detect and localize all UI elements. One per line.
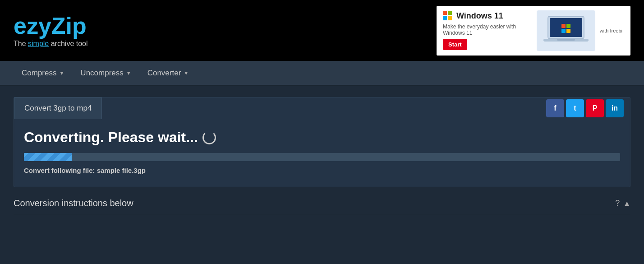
svg-rect-2: [561, 24, 566, 28]
card-header: Convert 3gp to mp4 f t P in: [14, 97, 630, 119]
logo-text: ezyZip: [14, 13, 88, 39]
ad-title: Windows 11: [443, 11, 532, 21]
converting-status: Converting. Please wait...: [24, 129, 620, 146]
svg-rect-3: [566, 24, 570, 28]
instructions-label: Conversion instructions below: [14, 198, 133, 208]
twitter-share-button[interactable]: t: [566, 99, 584, 117]
ad-extra-text: with freebi: [600, 28, 624, 33]
ad-left: Windows 11 Make the everyday easier with…: [443, 11, 532, 50]
nav-compress-label: Compress: [22, 69, 56, 78]
nav-item-converter[interactable]: Converter ▼: [139, 60, 197, 85]
progress-bar-container: [24, 153, 620, 161]
svg-rect-1: [550, 18, 582, 37]
social-buttons: f t P in: [546, 99, 630, 117]
nav-converter-arrow: ▼: [184, 70, 189, 76]
nav-item-uncompress[interactable]: Uncompress ▼: [72, 60, 139, 85]
card-tab: Convert 3gp to mp4: [14, 97, 102, 119]
linkedin-share-button[interactable]: in: [606, 99, 624, 117]
svg-rect-4: [561, 29, 566, 33]
nav-compress-arrow: ▼: [59, 70, 64, 76]
header: ezyZip The simple archive tool Windows 1…: [0, 0, 644, 61]
svg-rect-7: [557, 39, 575, 41]
instructions-row: Conversion instructions below ? ▲: [14, 190, 630, 215]
ad-banner: Windows 11 Make the everyday easier with…: [437, 6, 630, 56]
progress-bar-fill: [24, 153, 72, 161]
pinterest-share-button[interactable]: P: [586, 99, 604, 117]
logo-tagline: The simple archive tool: [14, 40, 88, 48]
facebook-share-button[interactable]: f: [546, 99, 564, 117]
ad-image: [537, 10, 595, 51]
nav-uncompress-label: Uncompress: [80, 69, 123, 78]
main-content: Convert 3gp to mp4 f t P in Converting. …: [0, 86, 644, 215]
nav-converter-label: Converter: [147, 69, 181, 78]
help-icon[interactable]: ?: [615, 199, 620, 208]
logo-ezy: ezy: [14, 13, 51, 39]
file-info: Convert following file: sample file.3gp: [24, 167, 620, 174]
loading-spinner: [202, 131, 216, 144]
svg-rect-5: [566, 29, 570, 33]
laptop-icon: [541, 13, 591, 49]
navigation: Compress ▼ Uncompress ▼ Converter ▼: [0, 61, 644, 86]
windows-logo-icon: [443, 11, 453, 21]
nav-item-compress[interactable]: Compress ▼: [14, 60, 72, 85]
instructions-controls: ? ▲: [615, 199, 630, 208]
chevron-up-icon[interactable]: ▲: [623, 199, 630, 208]
ad-subtitle: Make the everyday easier with Windows 11: [443, 23, 532, 36]
logo-zip: Zip: [51, 13, 87, 39]
logo: ezyZip The simple archive tool: [14, 13, 88, 48]
nav-uncompress-arrow: ▼: [126, 70, 131, 76]
card-body: Converting. Please wait... Convert follo…: [14, 119, 630, 187]
ad-button[interactable]: Start: [443, 39, 467, 50]
convert-card: Convert 3gp to mp4 f t P in Converting. …: [14, 97, 630, 187]
